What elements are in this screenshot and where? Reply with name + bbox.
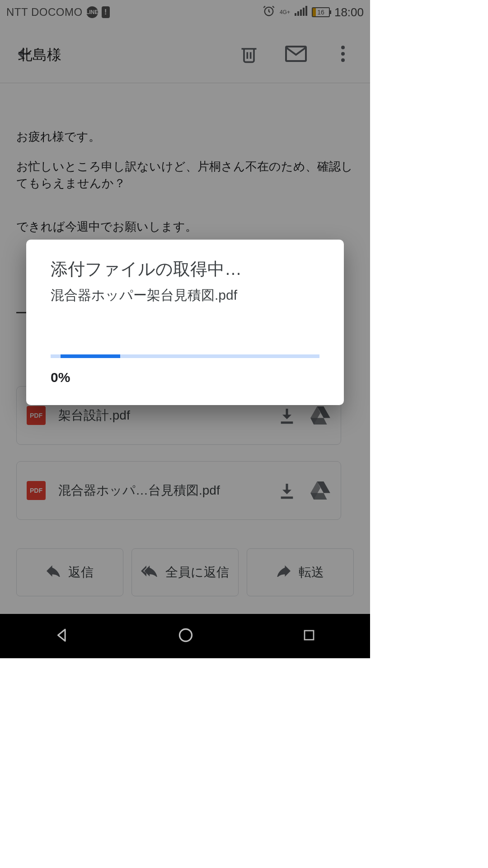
progress-bar-track <box>51 354 319 358</box>
nav-home-button[interactable] <box>178 627 194 645</box>
system-nav-bar <box>0 614 370 658</box>
download-progress-dialog: 添付ファイルの取得中… 混合器ホッパー架台見積図.pdf 0% <box>26 240 344 405</box>
svg-rect-10 <box>305 631 314 640</box>
dialog-filename: 混合器ホッパー架台見積図.pdf <box>51 286 319 305</box>
nav-recents-button[interactable] <box>302 628 316 644</box>
progress-percent: 0% <box>51 370 319 385</box>
nav-back-button[interactable] <box>54 627 70 645</box>
dialog-title: 添付ファイルの取得中… <box>51 258 319 281</box>
progress-bar-fill <box>61 354 120 358</box>
svg-point-9 <box>180 629 192 642</box>
